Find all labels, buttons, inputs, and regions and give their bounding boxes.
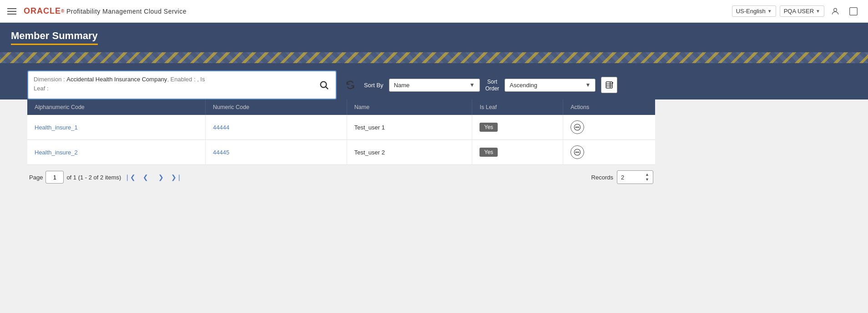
top-nav: ORACLE ® Profitability Management Cloud … [0,0,868,23]
profile-icon[interactable] [828,4,843,19]
language-selector[interactable]: US-English ▼ [732,5,776,17]
action-button-0[interactable] [570,120,584,134]
svg-point-11 [575,127,576,128]
page-label: Page [29,174,43,181]
app-name: Profitability Management Cloud Service [66,8,187,15]
svg-point-13 [578,127,579,128]
oracle-wordmark: ORACLE [24,6,61,16]
filter-enabled: , Enabled : , Is [167,76,205,83]
user-menu[interactable]: PQA USER ▼ [780,5,824,17]
yes-badge-1: Yes [479,148,498,157]
sort-by-select[interactable]: Name ▼ [389,79,480,92]
cell-name-1: Test_user 2 [347,140,472,165]
decorative-banner-strip [0,52,868,63]
svg-point-16 [577,152,578,153]
sort-order-label-wrapper: SortOrder [485,78,500,92]
sort-order-caret: ▼ [585,82,590,88]
sort-order-value: Ascending [510,82,537,89]
help-icon[interactable] [846,4,861,19]
records-label: Records [591,174,613,181]
records-value: 2 [621,174,624,181]
cell-alphanumeric-1: Health_insure_2 [27,140,206,165]
controls-area: Dimension : Accidental Health Insurance … [0,63,868,99]
cell-isleaf-1: Yes [472,140,563,165]
registered-trademark: ® [61,9,65,14]
records-per-page-select[interactable]: 2 ▲ ▼ [617,170,653,184]
filter-isleaf: Leaf : [34,85,49,92]
svg-point-12 [577,127,578,128]
action-button-1[interactable] [570,145,584,159]
table-row: Health_insure_1 44444 Test_user 1 Yes [27,115,655,140]
refresh-button[interactable] [342,77,358,93]
records-down-arrow: ▼ [645,178,649,182]
records-arrows: ▲ ▼ [645,173,649,182]
page-title: Member Summary [11,30,98,45]
pagination-right: Records 2 ▲ ▼ [591,170,653,184]
sort-order-select[interactable]: Ascending ▼ [505,79,595,92]
cell-numeric-0: 44444 [206,115,347,140]
col-header-actions: Actions [563,99,655,115]
svg-point-2 [321,82,327,88]
svg-rect-4 [606,82,613,88]
yes-badge-0: Yes [479,123,498,132]
table-header-row: Alphanumeric Code Numeric Code Name Is L… [27,99,655,115]
prev-page-button[interactable]: ❮ [139,171,152,184]
search-button[interactable] [314,75,334,95]
language-caret: ▼ [767,9,772,14]
records-up-arrow: ▲ [645,173,649,177]
content-area: Alphanumeric Code Numeric Code Name Is L… [0,99,868,313]
filter-prefix: Dimension : [34,76,66,83]
svg-line-3 [326,87,328,89]
col-header-alphanumeric: Alphanumeric Code [27,99,206,115]
user-caret: ▼ [816,9,820,14]
next-page-button[interactable]: ❯ [155,171,167,184]
cell-alphanumeric-0: Health_insure_1 [27,115,206,140]
cell-numeric-1: 44445 [206,140,347,165]
pagination-bar: Page of 1 (1 - 2 of 2 items) ❘❮ ❮ ❯ ❯❘ R… [27,165,655,189]
filter-dimension-value: Accidental Health Insurance Company [66,76,167,83]
user-name: PQA USER [784,8,814,15]
cell-actions-1 [563,140,655,165]
page-header: Member Summary [0,23,868,52]
language-value: US-English [736,8,766,15]
col-header-numeric: Numeric Code [206,99,347,115]
filter-display-text: Dimension : Accidental Health Insurance … [34,75,303,93]
cell-actions-0 [563,115,655,140]
page-input[interactable] [45,171,64,184]
col-header-name: Name [347,99,472,115]
app-logo: ORACLE ® Profitability Management Cloud … [24,6,187,16]
col-header-isleaf: Is Leaf [472,99,563,115]
sort-by-label: Sort By [364,82,384,89]
add-columns-button[interactable] [601,77,617,93]
table-row: Health_insure_2 44445 Test_user 2 Yes [27,140,655,165]
page-of-text: of 1 (1 - 2 of 2 items) [66,174,121,181]
cell-name-0: Test_user 1 [347,115,472,140]
sort-by-caret: ▼ [469,82,475,88]
nav-controls: US-English ▼ PQA USER ▼ [732,4,861,19]
hamburger-menu[interactable] [7,8,16,15]
pagination-left: Page of 1 (1 - 2 of 2 items) ❘❮ ❮ ❯ ❯❘ [29,171,183,184]
svg-rect-1 [850,7,858,15]
filter-bar: Dimension : Accidental Health Insurance … [27,70,337,99]
first-page-button[interactable]: ❘❮ [124,171,136,184]
sort-by-value: Name [394,82,410,89]
last-page-button[interactable]: ❯❘ [170,171,183,184]
svg-point-15 [575,152,576,153]
sort-order-label: SortOrder [485,79,500,92]
svg-point-0 [834,8,837,11]
controls-inner: Dimension : Accidental Health Insurance … [27,70,664,99]
filter-input-area[interactable]: Dimension : Accidental Health Insurance … [28,71,308,99]
svg-point-17 [578,152,579,153]
data-table: Alphanumeric Code Numeric Code Name Is L… [27,99,655,165]
cell-isleaf-0: Yes [472,115,563,140]
